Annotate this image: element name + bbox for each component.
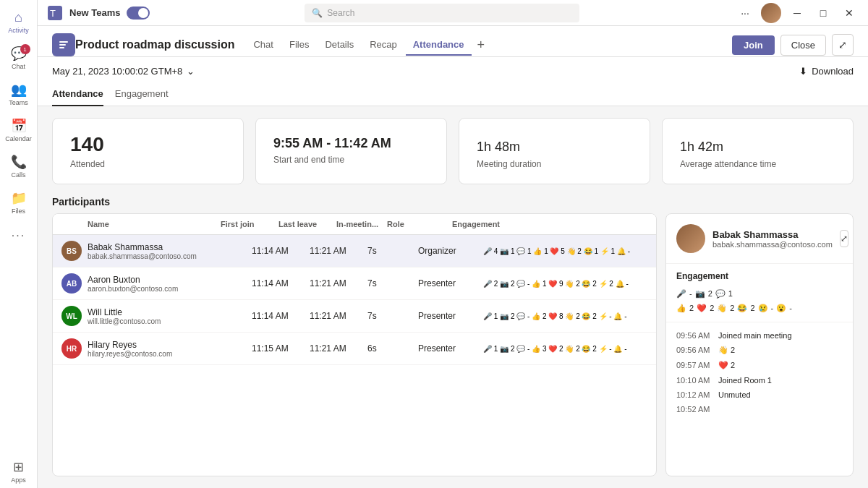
sidebar-label-activity: Activity xyxy=(8,27,29,34)
participants-section: Name First join Last leave In-meetin... … xyxy=(38,213,868,488)
col-header-first-join: First join xyxy=(221,220,278,228)
sidebar-item-apps[interactable]: ⊞ Apps xyxy=(3,455,35,488)
duration-label: Meeting duration xyxy=(477,159,632,169)
tab-chat[interactable]: Chat xyxy=(246,35,280,56)
activity-log: 09:56 AM Joined main meeting 09:56 AM 👋 … xyxy=(666,322,853,476)
avatar-will: WL xyxy=(61,306,82,326)
tab-recap[interactable]: Recap xyxy=(362,35,404,56)
table-row[interactable]: HR Hilary Reyes hilary.reyes@contoso.com… xyxy=(53,333,656,365)
sidebar-item-files[interactable]: 📁 Files xyxy=(3,186,35,219)
engagement-row-2: 👍 2 ❤️ 2 👋 2 😂 2 😢 - 😮 - xyxy=(676,301,843,316)
sidebar-item-calls[interactable]: 📞 Calls xyxy=(3,150,35,183)
role: Presenter xyxy=(418,311,483,321)
in-meeting: 7s xyxy=(367,278,418,288)
join-button[interactable]: Join xyxy=(732,35,775,55)
download-label: Download xyxy=(812,66,854,77)
role: Presenter xyxy=(418,343,483,354)
participant-email: will.little@contoso.com xyxy=(88,317,252,325)
wave-icon: 👋 xyxy=(717,301,727,316)
maximize-button[interactable]: □ xyxy=(813,3,833,23)
sad-icon: 😢 xyxy=(758,301,768,316)
table-row[interactable]: AB Aaron Buxton aaron.buxton@contoso.com… xyxy=(53,267,656,300)
sidebar-label-apps: Apps xyxy=(11,476,26,484)
titlebar-left: T New Teams xyxy=(46,4,150,22)
sidebar-more-button[interactable]: ··· xyxy=(9,225,28,247)
meeting-title-row: Product roadmap discussion Chat Files De… xyxy=(52,33,854,56)
user-avatar[interactable] xyxy=(761,3,781,23)
col-header-name: Name xyxy=(61,220,221,228)
attended-value: 140 xyxy=(70,133,226,156)
tab-files[interactable]: Files xyxy=(282,35,316,56)
last-leave: 11:21 AM xyxy=(310,278,367,288)
more-options-button[interactable]: ··· xyxy=(735,3,755,23)
camera-icon: 📷 xyxy=(695,287,705,301)
activity-item: 10:12 AM Unmuted xyxy=(666,388,853,402)
tab-attendance[interactable]: Attendance xyxy=(406,35,472,56)
role: Organizer xyxy=(418,246,483,256)
sub-tab-engagement[interactable]: Engagement xyxy=(115,82,169,106)
svg-rect-4 xyxy=(59,44,66,46)
sidebar-item-activity[interactable]: ⌂ Activity xyxy=(3,6,35,38)
last-leave: 11:21 AM xyxy=(310,246,367,256)
new-teams-toggle[interactable] xyxy=(127,7,150,20)
participant-info-hilary: Hilary Reyes hilary.reyes@contoso.com xyxy=(88,340,252,358)
engagement: 🎤 1 📷 2 💬 - 👍 3 ❤️ 2 👋 2 😂 2 ⚡ - 🔔 - xyxy=(483,345,647,353)
col-header-last-leave: Last leave xyxy=(278,220,336,228)
sidebar: ⌂ Activity 1 💬 Chat 👥 Teams 📅 Calendar 📞… xyxy=(0,0,38,488)
table-row[interactable]: WL Will Little will.little@contoso.com 1… xyxy=(53,300,656,333)
activity-item: 10:10 AM Joined Room 1 xyxy=(666,373,853,388)
add-tab-button[interactable]: + xyxy=(473,38,490,53)
stats-row: 140 Attended 9:55 AM - 11:42 AM Start an… xyxy=(38,106,868,196)
activity-icon: ⌂ xyxy=(14,10,22,25)
meeting-header: Product roadmap discussion Chat Files De… xyxy=(38,26,868,57)
popout-button[interactable]: ⤢ xyxy=(832,34,854,56)
titlebar: T New Teams 🔍 Search ··· ─ □ ✕ xyxy=(38,0,868,26)
col-header-engagement: Engagement xyxy=(452,220,647,228)
detail-header: Babak Shammassa babak.shammassa@contoso.… xyxy=(666,214,853,264)
search-box[interactable]: 🔍 Search xyxy=(305,4,579,22)
table-row[interactable]: BS Babak Shammassa babak.shammassa@conto… xyxy=(53,235,656,267)
avatar-babak: BS xyxy=(61,241,82,261)
first-join: 11:14 AM xyxy=(252,311,310,321)
thumbs-up-icon: 👍 xyxy=(676,301,686,316)
attended-label: Attended xyxy=(70,159,226,169)
participant-email: aaron.buxton@contoso.com xyxy=(88,285,252,293)
activity-item: 09:57 AM ❤️ 2 xyxy=(666,358,853,373)
participant-info-babak: Babak Shammassa babak.shammassa@contoso.… xyxy=(88,242,252,260)
download-icon: ⬇ xyxy=(799,66,807,77)
activity-time: 09:56 AM xyxy=(676,346,711,354)
tab-details[interactable]: Details xyxy=(318,35,361,56)
participants-table: Name First join Last leave In-meetin... … xyxy=(52,213,657,476)
sidebar-item-calendar[interactable]: 📅 Calendar xyxy=(3,114,35,147)
meeting-title: Product roadmap discussion xyxy=(75,38,234,51)
files-icon: 📁 xyxy=(11,190,27,206)
close-meeting-button[interactable]: Close xyxy=(780,35,826,56)
in-meeting: 7s xyxy=(367,311,418,321)
teams-icon: 👥 xyxy=(11,82,27,98)
detail-expand-button[interactable]: ⤢ xyxy=(840,230,848,247)
sub-tab-attendance[interactable]: Attendance xyxy=(52,82,103,106)
first-join: 11:14 AM xyxy=(252,246,310,256)
activity-item: 10:52 AM xyxy=(666,402,853,416)
stat-avg-attendance: 1h 42m Average attendance time xyxy=(662,118,854,184)
download-button[interactable]: ⬇ Download xyxy=(799,66,854,77)
first-join: 11:15 AM xyxy=(252,343,310,354)
participant-name: Hilary Reyes xyxy=(88,340,252,350)
close-window-button[interactable]: ✕ xyxy=(839,3,859,23)
surprise-icon: 😮 xyxy=(776,301,786,316)
participants-title: Participants xyxy=(38,196,868,213)
activity-desc: Joined main meeting xyxy=(718,331,792,340)
sidebar-item-teams[interactable]: 👥 Teams xyxy=(3,77,35,111)
date-selector[interactable]: May 21, 2023 10:00:02 GTM+8 ⌄ xyxy=(52,66,195,77)
in-meeting: 6s xyxy=(367,343,418,354)
sub-tabs: Attendance Engagement xyxy=(38,82,868,106)
search-icon: 🔍 xyxy=(312,8,323,18)
activity-time: 10:10 AM xyxy=(676,376,711,385)
activity-item: 09:56 AM 👋 2 xyxy=(666,343,853,358)
minimize-button[interactable]: ─ xyxy=(787,3,807,23)
sidebar-item-chat[interactable]: 1 💬 Chat xyxy=(3,41,35,74)
avatar-aaron: AB xyxy=(61,273,82,294)
calendar-icon: 📅 xyxy=(11,118,27,134)
activity-desc: Joined Room 1 xyxy=(718,376,772,385)
engagement: 🎤 4 📷 1 💬 1 👍 1 ❤️ 5 👋 2 😂 1 ⚡ 1 🔔 - xyxy=(483,247,647,255)
